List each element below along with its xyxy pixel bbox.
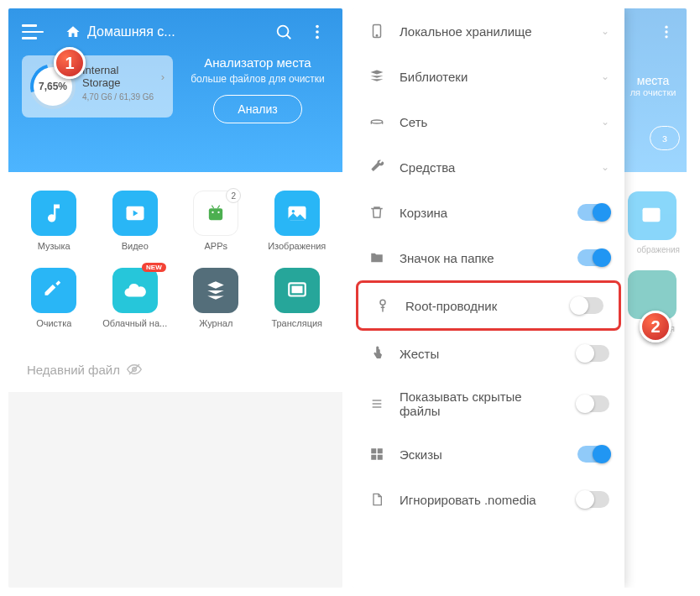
recent-files[interactable]: Недавний файл [8,347,342,392]
nav-drawer: Локальное хранилище ⌄ Библиотеки ⌄ Сеть … [353,8,624,588]
drawer-folder-icon[interactable]: Значок на папке [353,235,624,280]
tile-label: Очистка [36,318,71,328]
drawer-label: Жесты [400,347,564,361]
tile-label: Журнал [199,318,232,328]
header: Домашняя с... 7,65% Internal Storage › 4… [8,8,342,172]
svg-line-1 [287,35,291,39]
drawer-label: Корзина [400,206,564,220]
root-icon [374,296,392,315]
tile-label: APPs [204,241,227,251]
svg-point-7 [212,212,214,213]
svg-point-22 [376,35,378,37]
drawer-thumbnails[interactable]: Эскизы [353,431,624,477]
root-toggle[interactable] [572,297,603,314]
svg-line-10 [218,206,220,209]
drawer-libraries[interactable]: Библиотеки ⌄ [353,54,624,99]
apps-badge: 2 [226,188,241,203]
svg-line-9 [212,206,214,209]
video-icon [112,191,158,236]
svg-rect-35 [378,455,383,460]
analyzer-panel: Анализатор места больше файлов для очист… [186,55,329,123]
svg-point-19 [665,35,667,38]
tile-log[interactable]: Журнал [177,263,255,333]
cast-icon [274,268,320,313]
home-icon [65,24,81,39]
grid-icon [368,445,386,463]
apps-icon: 2 [193,191,238,236]
svg-point-3 [316,30,319,34]
recent-label: Недавний файл [27,363,120,377]
cloud-icon: NEW [112,268,158,313]
drawer-trash[interactable]: Корзина [353,190,624,235]
more-icon [308,23,326,41]
svg-rect-20 [643,208,661,222]
search-button[interactable] [272,20,295,44]
analyze-button[interactable]: Анализ [213,95,301,123]
tile-label: Видео [122,241,149,251]
drawer-screen: места ля очистки з ображения сляция Лока… [353,8,687,588]
thumbs-toggle[interactable] [577,446,609,463]
svg-point-12 [291,210,295,213]
tile-cloud[interactable]: NEW Облачный на... [97,263,175,333]
drawer-label: Игнорировать .nomedia [400,493,564,507]
drawer-gestures[interactable]: Жесты [353,331,624,376]
list-icon [368,395,386,413]
drawer-tools[interactable]: Средства ⌄ [353,144,624,190]
tile-label: Изображения [268,241,326,251]
stack-icon [368,67,386,86]
tile-images[interactable]: Изображения [259,186,337,256]
drawer-network[interactable]: Сеть ⌄ [353,99,624,144]
analyzer-sub: больше файлов для очистки [186,73,329,85]
tile-clean[interactable]: Очистка [15,263,93,333]
svg-rect-32 [371,448,376,453]
gestures-toggle[interactable] [577,345,609,362]
music-icon [31,191,76,236]
bg-tile-images [628,191,676,240]
menu-button[interactable] [22,20,45,44]
chevron-down-icon: ⌄ [601,71,609,82]
storage-card[interactable]: 7,65% Internal Storage › 4,70 G6 / 61,39… [22,55,173,118]
svg-rect-14 [292,287,301,293]
folder-icon-toggle[interactable] [577,249,609,266]
tile-music[interactable]: Музыка [15,186,93,256]
search-icon [274,23,293,41]
svg-rect-6 [209,208,222,220]
analyzer-title: Анализатор места [186,55,329,70]
drawer-root-explorer[interactable]: Root-проводник [356,280,621,331]
tile-cast[interactable]: Трансляция [259,263,337,333]
drawer-nomedia[interactable]: Игнорировать .nomedia [353,477,624,522]
storage-name: Internal Storage › [82,64,165,89]
topbar: Домашняя с... [8,8,342,55]
log-icon [193,268,238,313]
hidden-toggle[interactable] [577,395,609,412]
category-grid: Музыка Видео 2 APPs Изображения Очистка … [8,172,342,347]
main-screen: Домашняя с... 7,65% Internal Storage › 4… [8,8,342,588]
trash-toggle[interactable] [577,204,609,221]
wrench-icon [368,158,386,176]
callout-marker-2: 2 [640,311,671,342]
svg-point-4 [316,36,319,39]
drawer-label: Локальное хранилище [400,24,588,39]
drawer-label: Показывать скрытые файлы [400,389,564,418]
folder-tag-icon [368,248,386,267]
network-icon [368,112,386,131]
gesture-icon [368,344,386,363]
breadcrumb[interactable]: Домашняя с... [65,24,262,39]
drawer-label: Сеть [400,115,588,129]
drawer-hidden-files[interactable]: Показывать скрытые файлы [353,376,624,431]
drawer-local-storage[interactable]: Локальное хранилище ⌄ [353,8,624,54]
clean-icon [31,268,76,313]
bg-header-peek: места ля очистки з [619,8,687,172]
phone-icon [368,22,386,40]
drawer-label: Значок на папке [400,251,564,265]
svg-point-26 [380,300,385,305]
chevron-down-icon: ⌄ [601,161,609,173]
svg-rect-34 [371,455,376,460]
eye-off-icon [127,362,142,377]
tile-apps[interactable]: 2 APPs [177,186,255,256]
tile-video[interactable]: Видео [97,186,175,256]
more-button[interactable] [306,20,329,44]
images-icon [274,191,320,236]
nomedia-toggle[interactable] [577,491,609,508]
tile-label: Трансляция [271,318,322,328]
